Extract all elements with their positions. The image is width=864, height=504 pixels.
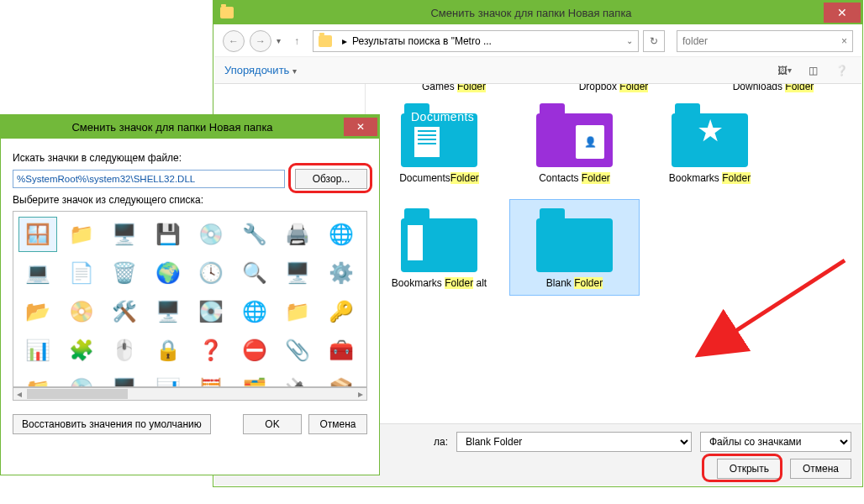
icon-option[interactable]: 📎 — [278, 333, 317, 368]
list-item-label: Dropbox Folder — [549, 84, 679, 92]
icon-option[interactable]: 🖱️ — [105, 333, 144, 368]
icon-option[interactable]: 🗂️ — [235, 371, 274, 387]
icon-option[interactable]: 🗑️ — [105, 255, 144, 291]
close-button[interactable]: ✕ — [344, 118, 377, 136]
back-button[interactable]: ← — [223, 30, 245, 52]
icon-option[interactable]: 💻 — [18, 255, 57, 291]
icon-list[interactable]: 🪟📁🖥️💾💿🔧🖨️🌐💻📄🗑️🌍🕓🔍🖥️⚙️📂📀🛠️🖥️💽🌐📁🔑📊🧩🖱️🔒❓⛔📎🧰… — [13, 211, 367, 387]
icon-option[interactable]: 🪟 — [18, 217, 57, 252]
h-scrollbar[interactable]: ◂ ▸ — [13, 387, 367, 401]
icon-option[interactable]: 📄 — [62, 255, 101, 291]
list-item[interactable]: 👤Contacts Folder — [509, 94, 640, 191]
list-item-label: Bookmarks Folder — [651, 172, 769, 185]
icon-option[interactable]: ⚙️ — [322, 255, 361, 291]
icon-option[interactable]: 🧮 — [192, 371, 230, 387]
icon-option[interactable]: 🔌 — [278, 371, 317, 387]
nav-toolbar: ← → ▾ ↑ ▸ Результаты поиска в "Metro ...… — [214, 25, 861, 57]
view-menu[interactable]: 🖼 ▾ — [774, 61, 794, 80]
help-button[interactable]: ❔ — [831, 61, 851, 80]
icon-option[interactable]: 📁 — [18, 371, 57, 387]
command-toolbar: Упорядочить ▾ 🖼 ▾ ◫ ❔ — [214, 57, 861, 84]
scroll-left-icon[interactable]: ◂ — [13, 388, 25, 400]
icon-option[interactable]: 📂 — [18, 294, 57, 329]
icon-option[interactable]: 🖥️ — [149, 294, 187, 329]
icon-option[interactable]: 🖥️ — [105, 217, 144, 252]
cancel-button[interactable]: Отмена — [790, 459, 851, 479]
title-bar[interactable]: Сменить значок для папки Новая папка ✕ — [1, 115, 379, 139]
icon-option[interactable]: 🌐 — [322, 217, 361, 252]
window-title: Сменить значок для папки Новая папка — [239, 7, 824, 19]
scroll-right-icon[interactable]: ▸ — [355, 388, 366, 400]
icon-option[interactable]: 🧰 — [322, 333, 361, 368]
dialog-title: Сменить значок для папки Новая папка — [1, 121, 344, 134]
icon-option[interactable]: 🧩 — [62, 333, 101, 368]
icon-option[interactable]: 🖥️ — [278, 255, 317, 291]
filetype-combo[interactable]: Файлы со значками — [700, 432, 851, 452]
icon-option[interactable]: 📁 — [278, 294, 317, 329]
icon-option[interactable]: 🌍 — [149, 255, 187, 291]
icon-option[interactable]: 💾 — [149, 217, 187, 252]
breadcrumb-sep: ▸ — [342, 35, 347, 47]
icon-option[interactable]: 📊 — [18, 333, 57, 368]
folder-icon — [220, 7, 234, 18]
up-button[interactable]: ↑ — [286, 30, 308, 52]
icon-option[interactable]: 📊 — [149, 371, 187, 387]
list-item[interactable]: Bookmarks Folder alt — [374, 199, 504, 296]
icon-option[interactable]: ⛔ — [235, 333, 274, 368]
icon-option[interactable]: ❓ — [192, 333, 230, 368]
icon-option[interactable]: 🛠️ — [105, 294, 144, 329]
address-text: Результаты поиска в "Metro ... — [352, 35, 492, 47]
icon-option[interactable]: 📀 — [62, 294, 101, 329]
search-value: folder — [682, 35, 841, 47]
icon-option[interactable]: 🌐 — [235, 294, 274, 329]
list-item-label: Downloads Folder — [709, 84, 839, 92]
list-label: Выберите значок из следующего списка: — [13, 194, 367, 206]
ok-button[interactable]: OK — [243, 414, 302, 434]
folder-icon — [319, 35, 332, 47]
icon-option[interactable]: 📁 — [62, 217, 101, 252]
icon-option[interactable]: 💿 — [192, 217, 230, 252]
address-dropdown[interactable]: ⌄ — [626, 36, 633, 45]
scroll-thumb[interactable] — [27, 389, 128, 399]
icon-option[interactable]: 🔍 — [235, 255, 274, 291]
icon-option[interactable]: 💿 — [62, 371, 101, 387]
address-bar[interactable]: ▸ Результаты поиска в "Metro ... ⌄ — [313, 30, 639, 52]
icon-option[interactable]: 🖨️ — [278, 217, 317, 252]
restore-defaults-button[interactable]: Восстановить значения по умолчанию — [13, 414, 211, 434]
title-bar[interactable]: Сменить значок для папки Новая папка ✕ — [213, 1, 862, 24]
list-item-label: Blank Folder — [515, 277, 634, 290]
list-item-label: DocumentsFolder — [380, 172, 498, 185]
list-item-label: Games Folder — [389, 84, 519, 92]
icon-option[interactable]: 🖥️ — [105, 371, 144, 387]
icon-option[interactable]: 🔑 — [322, 294, 361, 329]
icon-option[interactable]: 📦 — [322, 371, 361, 387]
file-grid[interactable]: Games FolderDropbox FolderDownloads Fold… — [366, 84, 861, 423]
icon-option[interactable]: 💽 — [192, 294, 230, 329]
icon-option[interactable]: 🕓 — [192, 255, 230, 291]
change-icon-dialog: Сменить значок для папки Новая папка ✕ И… — [0, 114, 380, 475]
organize-menu[interactable]: Упорядочить ▾ — [224, 64, 297, 76]
search-input[interactable]: folder × — [677, 30, 853, 52]
icon-option[interactable]: 🔧 — [235, 217, 274, 252]
list-item[interactable]: DocumentsDocumentsFolder — [374, 94, 504, 191]
filename-label: ла: — [434, 436, 448, 448]
list-item[interactable]: Blank Folder — [509, 199, 640, 296]
path-input[interactable] — [13, 170, 285, 188]
icon-option[interactable]: 🔒 — [149, 333, 187, 368]
cancel-button[interactable]: Отмена — [308, 414, 367, 434]
list-item-label: Contacts Folder — [515, 172, 634, 185]
list-item-label: Bookmarks Folder alt — [380, 277, 498, 290]
path-label: Искать значки в следующем файле: — [13, 152, 367, 164]
preview-pane-toggle[interactable]: ◫ — [803, 61, 823, 80]
refresh-button[interactable]: ↻ — [643, 30, 665, 52]
filename-combo[interactable]: Blank Folder — [456, 432, 692, 452]
close-button[interactable]: ✕ — [824, 3, 861, 23]
list-item[interactable]: ★Bookmarks Folder — [645, 94, 775, 191]
search-clear-icon[interactable]: × — [841, 35, 847, 47]
history-dropdown[interactable]: ▾ — [277, 36, 281, 45]
forward-button[interactable]: → — [250, 30, 271, 52]
open-button[interactable]: Открыть — [717, 459, 782, 479]
browse-button[interactable]: Обзор... — [295, 169, 367, 189]
